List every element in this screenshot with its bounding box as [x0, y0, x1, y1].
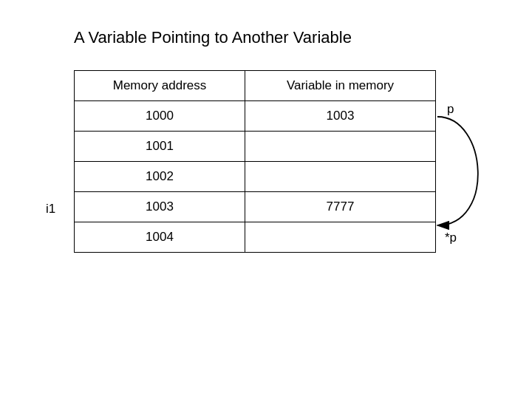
variable-value-cell — [245, 162, 436, 192]
variable-value-cell — [245, 132, 436, 162]
table-wrapper: Memory address Variable in memory 100010… — [74, 70, 451, 253]
table-row: 1004 — [75, 222, 436, 253]
memory-address-cell: 1002 — [75, 162, 245, 192]
page-title: A Variable Pointing to Another Variable — [74, 28, 352, 47]
memory-address-cell: 1004 — [75, 222, 245, 253]
variable-value-cell: 1003 — [245, 101, 436, 132]
table-row: 1002 — [75, 162, 436, 192]
col-header-variable: Variable in memory — [245, 71, 436, 101]
page-container: A Variable Pointing to Another Variable … — [0, 0, 532, 399]
table-row: 1001 — [75, 132, 436, 162]
memory-address-cell: 1001 — [75, 132, 245, 162]
memory-table: Memory address Variable in memory 100010… — [74, 70, 436, 253]
i1-label: i1 — [46, 202, 55, 216]
memory-address-cell: 1000 — [75, 101, 245, 132]
col-header-address: Memory address — [75, 71, 245, 101]
variable-value-cell — [245, 222, 436, 253]
memory-address-cell: 1003 — [75, 192, 245, 222]
table-row: 10001003 — [75, 101, 436, 132]
variable-value-cell: 7777 — [245, 192, 436, 222]
table-row: 10037777 — [75, 192, 436, 222]
